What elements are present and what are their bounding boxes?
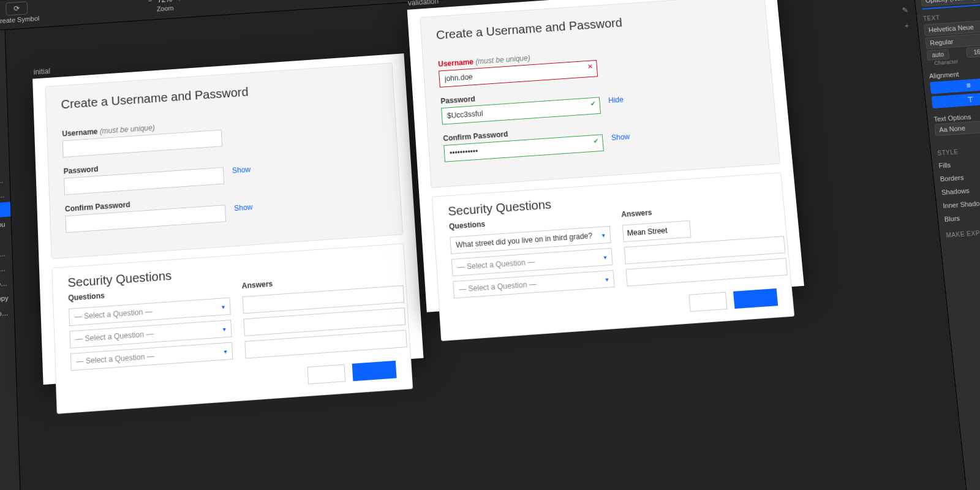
layer-row[interactable]: tangle Copy 10: [0, 305, 14, 323]
style-header: STYLE: [937, 145, 980, 156]
artboard-label: initial: [34, 67, 51, 76]
chevron-down-icon: ▾: [222, 303, 225, 310]
grid-icon[interactable]: ▦: [897, 0, 910, 1]
zoom-value[interactable]: [156, 0, 174, 4]
show-password-link[interactable]: Show: [232, 165, 251, 175]
primary-submit-button[interactable]: [352, 361, 397, 382]
secondary-button[interactable]: [307, 364, 345, 385]
success-check-icon: ✔: [587, 99, 598, 109]
error-icon: ✕: [584, 61, 595, 72]
hide-password-link[interactable]: Hide: [608, 96, 624, 105]
show-confirm-link[interactable]: Show: [234, 203, 253, 213]
chevron-down-icon: ▾: [605, 276, 609, 282]
text-header: TEXT: [923, 10, 980, 22]
answer-input-1[interactable]: [622, 221, 692, 243]
chevron-down-icon: ▾: [603, 254, 607, 260]
show-confirm-link[interactable]: Show: [611, 132, 630, 142]
create-symbol-label: Create Symbol: [0, 15, 40, 25]
chevron-down-icon: ▾: [601, 232, 605, 238]
primary-submit-button[interactable]: [733, 288, 778, 309]
create-symbol-button[interactable]: ⟳ Create Symbol: [0, 0, 40, 24]
zoom-control[interactable]: − +: [148, 0, 181, 5]
artboard-validation[interactable]: validation Create a Username and Passwor…: [407, 0, 804, 312]
chevron-down-icon: ▾: [222, 325, 226, 333]
align-top-button[interactable]: ⊤: [932, 91, 980, 108]
line-height-input[interactable]: 16: [965, 47, 980, 58]
make-exportable-header: MAKE EXPO: [946, 227, 980, 239]
alignment-header: Alignment: [929, 67, 980, 80]
sync-icon: ⟳: [6, 1, 28, 16]
pencil-icon[interactable]: ✎: [899, 4, 912, 17]
align-left-button[interactable]: ≡: [930, 77, 980, 94]
secondary-button[interactable]: [688, 292, 727, 312]
plus-image-icon[interactable]: ＋: [900, 19, 914, 32]
artboard-initial[interactable]: initial Create a Username and Password U…: [32, 53, 423, 385]
success-check-icon: ✔: [590, 135, 601, 146]
chevron-down-icon: ▾: [224, 348, 227, 355]
zoom-label: Zoom: [156, 4, 173, 12]
